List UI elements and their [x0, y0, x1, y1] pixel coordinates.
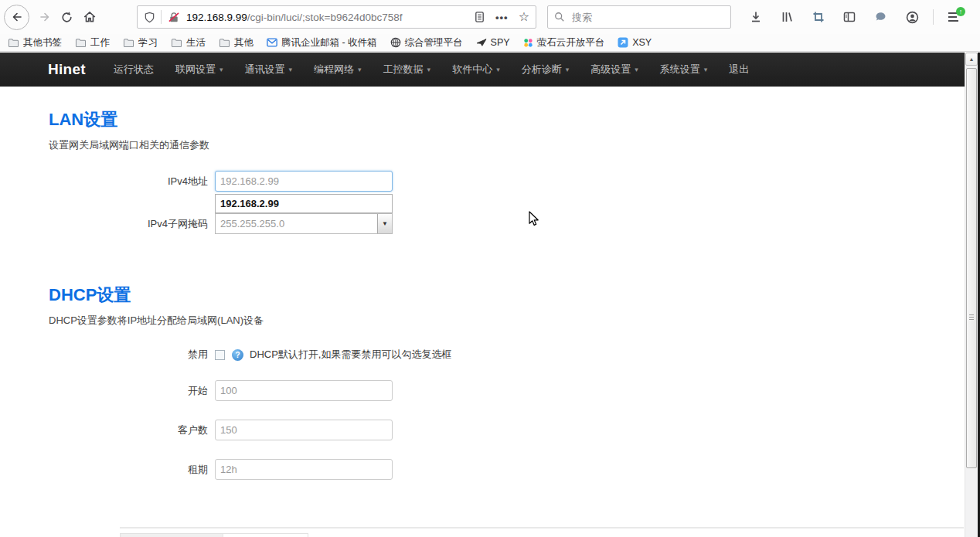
back-button[interactable]: [4, 5, 29, 30]
nav-item-network-settings[interactable]: 联网设置▾: [175, 63, 223, 76]
netmask-selected-value: 255.255.255.0: [220, 218, 284, 229]
search-icon: [554, 12, 565, 22]
nav-item-comm-settings[interactable]: 通讯设置▾: [245, 63, 293, 76]
home-button[interactable]: [83, 10, 97, 24]
dhcp-start-label: 开始: [49, 384, 215, 398]
bookmark-management-platform[interactable]: 综合管理平台: [390, 36, 463, 49]
dhcp-section-description: DHCP设置参数将IP地址分配给局域网(LAN)设备: [49, 314, 980, 328]
folder-icon: [75, 38, 87, 48]
dhcp-start-row: 开始: [49, 380, 980, 401]
browser-toolbar: 192.168.9.99/cgi-bin/luci/;stok=b9624d0b…: [0, 0, 980, 34]
chevron-down-icon: ▼: [382, 220, 388, 227]
ipv4-suggestion-dropdown: 192.168.2.99: [49, 194, 980, 213]
dhcp-lease-input[interactable]: [215, 459, 393, 480]
folder-icon: [171, 38, 182, 48]
nav-item-status[interactable]: 运行状态: [114, 63, 154, 76]
nav-item-system-settings[interactable]: 系统设置▾: [660, 63, 708, 76]
partially-visible-tabs: [120, 533, 308, 537]
dhcp-lease-label: 租期: [49, 463, 215, 477]
bookmark-spy[interactable]: SPY: [476, 37, 510, 48]
bookmarks-bar: 其他书签 工作 学习 生活 其他 腾讯企业邮箱 - 收件箱 综合管理平台 SP: [0, 34, 980, 52]
dhcp-clients-label: 客户数: [49, 423, 215, 437]
color-dots-icon: [523, 38, 533, 48]
downloads-icon[interactable]: [750, 11, 762, 23]
folder-icon: [123, 38, 134, 48]
bookmark-label: 腾讯企业邮箱 - 收件箱: [281, 36, 377, 49]
bookmark-folder-study[interactable]: 学习: [123, 36, 158, 49]
bookmark-folder-life[interactable]: 生活: [171, 36, 206, 49]
ipv4-address-label: IPv4地址: [49, 175, 215, 189]
page-actions-button[interactable]: •••: [495, 12, 509, 23]
bookmark-star-icon[interactable]: ☆: [519, 11, 529, 23]
chevron-down-icon: ▾: [566, 66, 570, 73]
partial-tab: [121, 534, 223, 537]
bookmark-label: 其他书签: [23, 36, 62, 49]
url-text[interactable]: 192.168.9.99/cgi-bin/luci/;stok=b9624d0b…: [186, 12, 469, 23]
dhcp-disable-checkbox[interactable]: [215, 350, 225, 360]
globe-icon: [390, 37, 401, 48]
chevron-down-icon: ▾: [219, 66, 223, 73]
scroll-up-button[interactable]: ▲: [965, 53, 978, 66]
nav-item-programming-network[interactable]: 编程网络▾: [314, 63, 362, 76]
chevron-down-icon: ▾: [496, 66, 500, 73]
dhcp-disable-row: 禁用 ? DHCP默认打开,如果需要禁用可以勾选复选框: [49, 348, 980, 362]
account-icon[interactable]: [906, 11, 919, 24]
refresh-button[interactable]: [60, 11, 73, 24]
bookmark-label: 萤石云开放平台: [537, 36, 605, 49]
dhcp-disable-hint: DHCP默认打开,如果需要禁用可以勾选复选框: [250, 348, 451, 362]
search-input[interactable]: [570, 11, 724, 24]
ipv4-suggestion-item[interactable]: 192.168.2.99: [215, 194, 393, 213]
dhcp-clients-row: 客户数: [49, 420, 980, 440]
nav-item-advanced-settings[interactable]: 高级设置▾: [590, 63, 638, 76]
lan-section-description: 设置网关局域网端口相关的通信参数: [49, 138, 980, 152]
dhcp-lease-row: 租期: [49, 459, 980, 480]
bookmark-label: 综合管理平台: [405, 36, 463, 49]
shield-icon[interactable]: [144, 12, 155, 23]
url-bar[interactable]: 192.168.9.99/cgi-bin/luci/;stok=b9624d0b…: [137, 5, 536, 29]
bookmark-label: SPY: [491, 37, 510, 48]
page-content: LAN设置 设置网关局域网端口相关的通信参数 IPv4地址 192.168.2.…: [0, 108, 980, 537]
nav-item-software-center[interactable]: 软件中心▾: [452, 63, 500, 76]
browser-window: 192.168.9.99/cgi-bin/luci/;stok=b9624d0b…: [0, 0, 980, 537]
scrollbar-grip: [969, 314, 974, 321]
netmask-select[interactable]: 255.255.255.0 ▼: [215, 213, 393, 234]
forward-button[interactable]: [39, 11, 51, 23]
section-divider: [120, 527, 964, 529]
screenshot-icon[interactable]: [812, 11, 825, 23]
url-fade-overlay: [443, 12, 469, 23]
page-scrollbar[interactable]: ▲: [965, 53, 978, 537]
dhcp-clients-input[interactable]: [215, 420, 393, 440]
update-badge-icon: ↑: [956, 7, 965, 16]
forward-icon: [39, 11, 51, 23]
dhcp-start-input[interactable]: [215, 380, 393, 401]
site-logo[interactable]: Hinet: [48, 61, 86, 78]
nav-item-analysis-diagnosis[interactable]: 分析诊断▾: [522, 63, 570, 76]
bookmark-label: 工作: [90, 36, 110, 49]
reader-mode-icon[interactable]: [474, 11, 485, 23]
bookmark-tencent-mail[interactable]: 腾讯企业邮箱 - 收件箱: [267, 36, 377, 49]
bookmark-label: XSY: [632, 37, 652, 48]
library-icon[interactable]: [781, 11, 794, 23]
search-box[interactable]: [547, 5, 731, 29]
scrollbar-thumb[interactable]: [966, 68, 977, 468]
chevron-down-icon: ▾: [635, 66, 638, 73]
bookmark-folder-work[interactable]: 工作: [75, 36, 110, 49]
ipv4-address-input[interactable]: [215, 171, 393, 192]
nav-item-logout[interactable]: 退出: [729, 63, 749, 76]
page-viewport: Hinet 运行状态 联网设置▾ 通讯设置▾ 编程网络▾ 工控数据▾ 软件中心▾…: [0, 53, 980, 537]
nav-item-industrial-data[interactable]: 工控数据▾: [383, 63, 431, 76]
bookmark-folder-other-bookmarks[interactable]: 其他书签: [8, 36, 62, 49]
bookmark-folder-misc[interactable]: 其他: [219, 36, 254, 49]
chevron-down-icon: ▾: [704, 66, 708, 73]
bookmark-label: 其他: [234, 36, 254, 49]
insecure-lock-icon[interactable]: [168, 12, 180, 23]
sidebar-icon[interactable]: [843, 11, 856, 23]
menu-button[interactable]: ↑: [948, 12, 960, 22]
lan-section-title: LAN设置: [49, 108, 980, 131]
messages-icon[interactable]: [874, 11, 887, 23]
bookmark-xsy[interactable]: XSY: [618, 37, 652, 48]
chevron-down-icon: ▾: [427, 66, 431, 73]
ipv4-address-row: IPv4地址: [49, 171, 980, 192]
select-dropdown-button[interactable]: ▼: [377, 214, 392, 233]
bookmark-ezviz-platform[interactable]: 萤石云开放平台: [523, 36, 605, 49]
